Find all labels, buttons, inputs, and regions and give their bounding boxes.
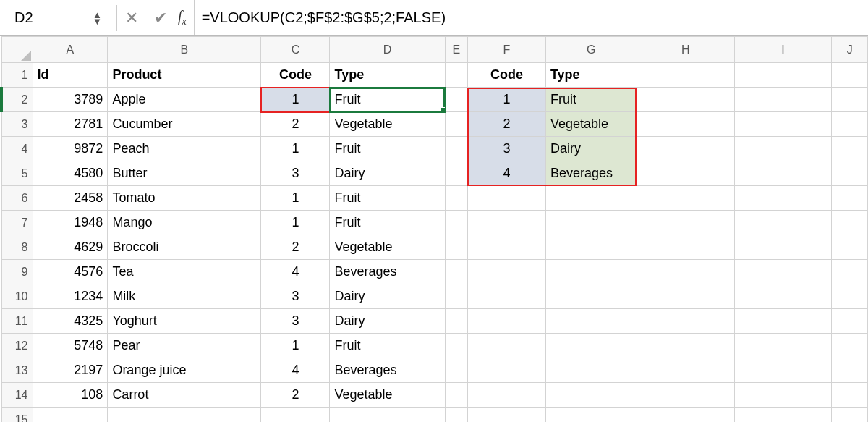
cell-F6[interactable] — [467, 186, 545, 211]
cell-G9[interactable] — [545, 260, 637, 284]
cell-G1[interactable]: Type — [545, 63, 637, 88]
select-all-corner[interactable] — [1, 37, 33, 63]
row-header-2[interactable]: 2 — [1, 88, 33, 112]
cell-G7[interactable] — [545, 211, 637, 235]
cell-E14[interactable] — [445, 383, 467, 408]
cell-F7[interactable] — [467, 211, 545, 235]
accept-icon[interactable]: ✔ — [146, 9, 175, 28]
cell-A8[interactable]: 4629 — [33, 235, 108, 260]
column-header-D[interactable]: D — [330, 37, 445, 63]
column-header-B[interactable]: B — [108, 37, 261, 63]
cell-B3[interactable]: Cucumber — [108, 112, 261, 137]
column-header-I[interactable]: I — [734, 37, 832, 63]
row-header-12[interactable]: 12 — [1, 334, 33, 358]
cell-A4[interactable]: 9872 — [33, 137, 108, 161]
cell-D8[interactable]: Vegetable — [330, 235, 445, 260]
cell-D14[interactable]: Vegetable — [330, 383, 445, 408]
cell-B9[interactable]: Tea — [108, 260, 261, 284]
cell-B1[interactable]: Product — [108, 63, 261, 88]
cell-I15[interactable] — [734, 408, 832, 423]
cell-H5[interactable] — [637, 161, 734, 186]
cell-C8[interactable]: 2 — [261, 235, 330, 260]
cell-D9[interactable]: Beverages — [330, 260, 445, 284]
cell-E10[interactable] — [445, 284, 467, 309]
cell-F9[interactable] — [467, 260, 545, 284]
cell-H2[interactable] — [637, 88, 734, 112]
namebox-stepper[interactable]: ▲ ▼ — [93, 12, 102, 25]
cell-A5[interactable]: 4580 — [33, 161, 108, 186]
cell-E15[interactable] — [445, 408, 467, 423]
cell-H4[interactable] — [637, 137, 734, 161]
cell-J15[interactable] — [832, 408, 868, 423]
cell-F5[interactable]: 4 — [467, 161, 545, 186]
cell-I9[interactable] — [734, 260, 832, 284]
cell-G10[interactable] — [545, 284, 637, 309]
cell-G15[interactable] — [545, 408, 637, 423]
cell-I7[interactable] — [734, 211, 832, 235]
cell-B12[interactable]: Pear — [108, 334, 261, 358]
cell-C13[interactable]: 4 — [261, 358, 330, 383]
cell-C4[interactable]: 1 — [261, 137, 330, 161]
cell-C2[interactable]: 1 — [261, 88, 330, 112]
cell-H3[interactable] — [637, 112, 734, 137]
name-box[interactable] — [10, 7, 90, 30]
cell-C1[interactable]: Code — [261, 63, 330, 88]
cell-E11[interactable] — [445, 309, 467, 334]
cell-A12[interactable]: 5748 — [33, 334, 108, 358]
column-header-F[interactable]: F — [467, 37, 545, 63]
cell-F3[interactable]: 2 — [467, 112, 545, 137]
cell-H7[interactable] — [637, 211, 734, 235]
cell-A7[interactable]: 1948 — [33, 211, 108, 235]
cell-D10[interactable]: Dairy — [330, 284, 445, 309]
cell-B2[interactable]: Apple — [108, 88, 261, 112]
cell-C3[interactable]: 2 — [261, 112, 330, 137]
cell-J11[interactable] — [832, 309, 868, 334]
row-header-14[interactable]: 14 — [1, 383, 33, 408]
cell-I2[interactable] — [734, 88, 832, 112]
cell-G8[interactable] — [545, 235, 637, 260]
cell-A2[interactable]: 3789 — [33, 88, 108, 112]
cell-F15[interactable] — [467, 408, 545, 423]
cell-H1[interactable] — [637, 63, 734, 88]
cell-J8[interactable] — [832, 235, 868, 260]
cell-I11[interactable] — [734, 309, 832, 334]
formula-input[interactable] — [194, 0, 868, 35]
cell-B8[interactable]: Broccoli — [108, 235, 261, 260]
cell-F1[interactable]: Code — [467, 63, 545, 88]
cell-G14[interactable] — [545, 383, 637, 408]
cell-A10[interactable]: 1234 — [33, 284, 108, 309]
cell-C15[interactable] — [261, 408, 330, 423]
cell-G4[interactable]: Dairy — [545, 137, 637, 161]
cell-I10[interactable] — [734, 284, 832, 309]
cell-G3[interactable]: Vegetable — [545, 112, 637, 137]
cell-C14[interactable]: 2 — [261, 383, 330, 408]
cell-E6[interactable] — [445, 186, 467, 211]
cancel-icon[interactable]: ✕ — [117, 9, 146, 28]
cell-F2[interactable]: 1 — [467, 88, 545, 112]
cell-J14[interactable] — [832, 383, 868, 408]
cell-A3[interactable]: 2781 — [33, 112, 108, 137]
cell-F13[interactable] — [467, 358, 545, 383]
cell-J13[interactable] — [832, 358, 868, 383]
cell-D6[interactable]: Fruit — [330, 186, 445, 211]
spreadsheet-grid[interactable]: ABCDEFGHIJ 1IdProductCodeTypeCodeType237… — [0, 36, 868, 422]
cell-H11[interactable] — [637, 309, 734, 334]
cell-E4[interactable] — [445, 137, 467, 161]
cell-A15[interactable] — [33, 408, 108, 423]
cell-B10[interactable]: Milk — [108, 284, 261, 309]
cell-D5[interactable]: Dairy — [330, 161, 445, 186]
column-header-A[interactable]: A — [33, 37, 108, 63]
cell-B6[interactable]: Tomato — [108, 186, 261, 211]
stepper-down-icon[interactable]: ▼ — [93, 18, 102, 25]
cell-E7[interactable] — [445, 211, 467, 235]
cell-E8[interactable] — [445, 235, 467, 260]
cell-B11[interactable]: Yoghurt — [108, 309, 261, 334]
cell-F11[interactable] — [467, 309, 545, 334]
row-header-6[interactable]: 6 — [1, 186, 33, 211]
cell-C6[interactable]: 1 — [261, 186, 330, 211]
cell-C7[interactable]: 1 — [261, 211, 330, 235]
cell-I6[interactable] — [734, 186, 832, 211]
cell-B4[interactable]: Peach — [108, 137, 261, 161]
cell-F4[interactable]: 3 — [467, 137, 545, 161]
cell-B5[interactable]: Butter — [108, 161, 261, 186]
